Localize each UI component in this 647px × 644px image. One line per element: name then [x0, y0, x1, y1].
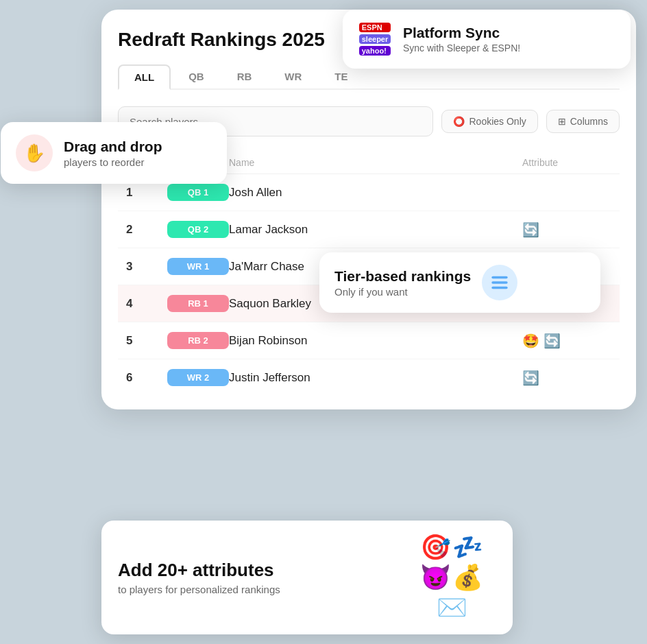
player-pos: WR 1: [167, 258, 229, 275]
player-name: Justin Jefferson: [229, 371, 522, 385]
player-name: Lamar Jackson: [229, 223, 522, 237]
add-attributes-title: Add 20+ attributes: [118, 560, 280, 581]
drag-drop-tooltip: ✋ Drag and drop players to reorder: [1, 122, 227, 184]
tab-rb[interactable]: RB: [222, 64, 267, 88]
drag-drop-title: Drag and drop: [64, 139, 162, 155]
player-ovr: 1: [126, 186, 167, 200]
platform-sync-title: Platform Sync: [403, 25, 520, 41]
rookies-label: Rookies Only: [469, 116, 526, 127]
rookies-icon: ⭕: [453, 116, 465, 127]
player-ovr: 4: [126, 297, 167, 311]
attribute-emojis: 🎯 💤 😈 💰 ✉️: [407, 533, 496, 622]
tier-rankings-tooltip: Tier-based rankings Only if you want: [319, 252, 600, 313]
columns-label: Columns: [570, 116, 608, 127]
drag-icon: ✋: [16, 134, 53, 171]
columns-icon: ⊞: [558, 116, 566, 127]
add-attributes-tooltip: Add 20+ attributes to players for person…: [101, 521, 513, 634]
svg-rect-2: [492, 287, 508, 289]
main-card: Redraft Rankings 2025 ALL QB RB WR TE ⭕ …: [101, 10, 636, 409]
header-name: Name: [229, 157, 522, 168]
header-attribute: Attribute: [522, 157, 611, 168]
player-attributes: 🔄: [522, 222, 611, 238]
table-row[interactable]: 5 RB 2 Bijan Robinson 🤩 🔄: [118, 322, 620, 359]
emoji-devil: 😈: [420, 563, 451, 592]
platform-icons: ESPN sleeper yahoo!: [356, 21, 393, 58]
player-ovr: 2: [126, 223, 167, 237]
yahoo-badge: yahoo!: [359, 46, 391, 56]
platform-sync-subtitle: Sync with Sleeper & ESPN!: [403, 43, 520, 53]
emoji-zzz: 💤: [452, 533, 483, 562]
platform-sync-tooltip: ESPN sleeper yahoo! Platform Sync Sync w…: [343, 10, 631, 69]
tier-rankings-subtitle: Only if you want: [334, 286, 471, 298]
player-ovr: 5: [126, 334, 167, 348]
hand-icon: ✋: [23, 143, 45, 164]
table-row[interactable]: 6 WR 2 Justin Jefferson 🔄: [118, 359, 620, 396]
rookies-only-button[interactable]: ⭕ Rookies Only: [441, 110, 537, 133]
player-attributes: 🤩 🔄: [522, 333, 611, 349]
table-row[interactable]: 2 QB 2 Lamar Jackson 🔄: [118, 211, 620, 248]
player-pos: WR 2: [167, 369, 229, 386]
tier-icon: [482, 265, 517, 300]
player-pos: RB 1: [167, 295, 229, 312]
player-pos: QB 1: [167, 184, 229, 201]
add-attributes-subtitle: to players for personalized rankings: [118, 584, 280, 595]
svg-rect-0: [492, 276, 508, 279]
player-pos: QB 2: [167, 221, 229, 238]
emoji-money: 💰: [452, 563, 483, 592]
tab-wr[interactable]: WR: [269, 64, 317, 88]
emoji-email: ✉️: [437, 593, 467, 622]
drag-drop-subtitle: players to reorder: [64, 156, 162, 168]
player-name: Bijan Robinson: [229, 334, 522, 348]
sleeper-badge: sleeper: [359, 34, 391, 44]
player-ovr: 6: [126, 371, 167, 385]
player-name: Josh Allen: [229, 186, 522, 200]
emoji-target: 🎯: [420, 533, 451, 562]
player-attributes: 🔄: [522, 370, 611, 386]
espn-badge: ESPN: [359, 23, 391, 32]
columns-button[interactable]: ⊞ Columns: [546, 110, 620, 133]
tab-qb[interactable]: QB: [173, 64, 219, 88]
svg-rect-1: [492, 281, 508, 284]
player-ovr: 3: [126, 260, 167, 274]
player-pos: RB 2: [167, 332, 229, 349]
tab-all[interactable]: ALL: [118, 64, 171, 90]
tier-rankings-title: Tier-based rankings: [334, 268, 471, 285]
